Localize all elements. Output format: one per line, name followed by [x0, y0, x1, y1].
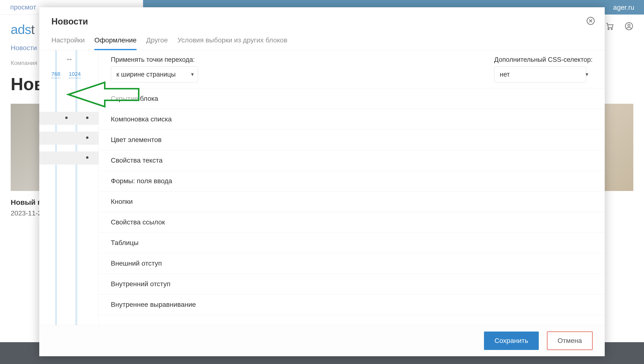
tab-conditions[interactable]: Условия выборки из других блоков [178, 33, 287, 50]
option-link-properties[interactable]: Свойства ссылок [99, 212, 605, 233]
tab-settings[interactable]: Настройки [52, 33, 85, 50]
cancel-button[interactable]: Отмена [547, 332, 592, 350]
breakpoint-dot[interactable] [86, 116, 89, 119]
modal-body: ↔ 768 1024 [39, 50, 605, 325]
style-options-list: Скрытие блока Компоновка списка Цвет эле… [99, 88, 605, 325]
rail-rows [39, 88, 99, 168]
modal-overlay: Новости Настройки Оформление Другое Усло… [0, 0, 644, 364]
breakpoint-tick-1024[interactable]: 1024 [69, 71, 81, 78]
modal-title: Новости [39, 7, 605, 33]
rail-row[interactable] [39, 128, 99, 148]
rail-row[interactable] [39, 148, 99, 168]
modal-footer: Сохранить Отмена [39, 325, 605, 356]
modal-tabs: Настройки Оформление Другое Условия выбо… [39, 33, 605, 50]
apply-points-select[interactable]: к ширине страницы [111, 66, 198, 82]
tab-styling[interactable]: Оформление [94, 33, 137, 50]
modal-dialog: Новости Настройки Оформление Другое Усло… [39, 7, 605, 356]
css-selector-field: Дополнительный CSS-селектор: нет [494, 56, 592, 82]
settings-panel: Применять точки перехода: к ширине стран… [99, 50, 605, 325]
breakpoint-dot[interactable] [86, 156, 89, 159]
option-list-layout[interactable]: Компоновка списка [99, 109, 605, 130]
tab-other[interactable]: Другое [146, 33, 168, 50]
breakpoint-rail: ↔ 768 1024 [39, 50, 99, 325]
close-icon[interactable] [586, 16, 595, 25]
option-element-color[interactable]: Цвет элементов [99, 130, 605, 150]
breakpoint-dot[interactable] [86, 136, 89, 139]
breakpoint-tick-768[interactable]: 768 [52, 71, 60, 78]
breakpoint-dot[interactable] [65, 116, 68, 119]
option-buttons[interactable]: Кнопки [99, 192, 605, 212]
option-padding[interactable]: Внутренний отступ [99, 274, 605, 294]
option-margin[interactable]: Внешний отступ [99, 253, 605, 274]
save-button[interactable]: Сохранить [484, 332, 538, 350]
apply-points-field: Применять точки перехода: к ширине стран… [111, 56, 198, 82]
rail-row[interactable] [39, 108, 99, 128]
option-form-inputs[interactable]: Формы: поля ввода [99, 171, 605, 192]
apply-points-label: Применять точки перехода: [111, 56, 198, 64]
css-selector-label: Дополнительный CSS-селектор: [494, 56, 592, 64]
rail-row [39, 88, 99, 108]
option-text-properties[interactable]: Свойства текста [99, 150, 605, 171]
settings-top-row: Применять точки перехода: к ширине стран… [99, 50, 605, 88]
css-selector-select[interactable]: нет [494, 66, 586, 82]
option-tables[interactable]: Таблицы [99, 233, 605, 253]
option-hide-block[interactable]: Скрытие блока [99, 88, 605, 109]
option-inner-align[interactable]: Внутреннее выравнивание [99, 294, 605, 315]
